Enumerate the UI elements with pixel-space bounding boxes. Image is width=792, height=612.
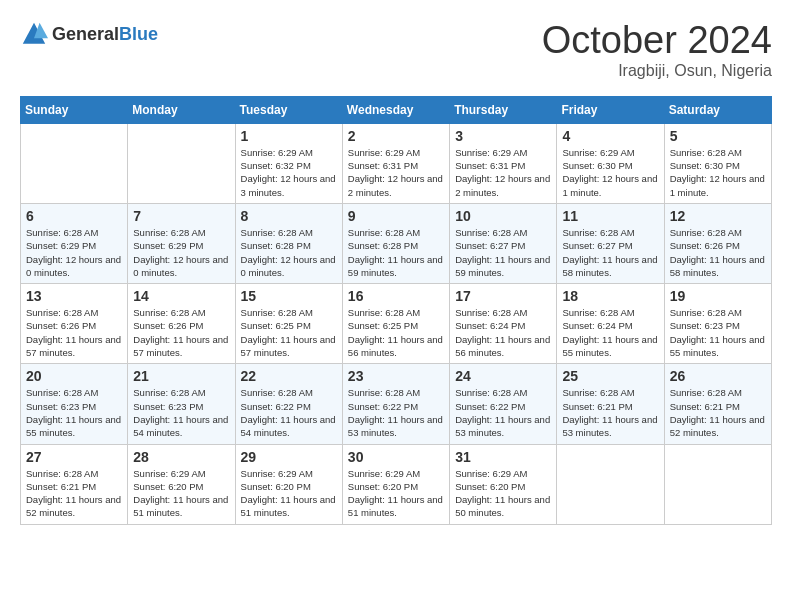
cell-details: Sunrise: 6:28 AMSunset: 6:26 PMDaylight:…: [133, 306, 229, 359]
calendar-week-row: 13Sunrise: 6:28 AMSunset: 6:26 PMDayligh…: [21, 284, 772, 364]
calendar-cell: 13Sunrise: 6:28 AMSunset: 6:26 PMDayligh…: [21, 284, 128, 364]
calendar-cell: 4Sunrise: 6:29 AMSunset: 6:30 PMDaylight…: [557, 123, 664, 203]
calendar-cell: 10Sunrise: 6:28 AMSunset: 6:27 PMDayligh…: [450, 203, 557, 283]
cell-details: Sunrise: 6:29 AMSunset: 6:20 PMDaylight:…: [241, 467, 337, 520]
calendar-cell: 9Sunrise: 6:28 AMSunset: 6:28 PMDaylight…: [342, 203, 449, 283]
day-number: 8: [241, 208, 337, 224]
calendar-cell: 18Sunrise: 6:28 AMSunset: 6:24 PMDayligh…: [557, 284, 664, 364]
day-number: 24: [455, 368, 551, 384]
day-number: 4: [562, 128, 658, 144]
calendar-cell: 27Sunrise: 6:28 AMSunset: 6:21 PMDayligh…: [21, 444, 128, 524]
weekday-header-friday: Friday: [557, 96, 664, 123]
page-header: GeneralBlue October 2024 Iragbiji, Osun,…: [20, 20, 772, 80]
day-number: 6: [26, 208, 122, 224]
calendar-table: SundayMondayTuesdayWednesdayThursdayFrid…: [20, 96, 772, 525]
calendar-cell: [557, 444, 664, 524]
day-number: 19: [670, 288, 766, 304]
day-number: 17: [455, 288, 551, 304]
calendar-cell: 25Sunrise: 6:28 AMSunset: 6:21 PMDayligh…: [557, 364, 664, 444]
day-number: 11: [562, 208, 658, 224]
calendar-week-row: 1Sunrise: 6:29 AMSunset: 6:32 PMDaylight…: [21, 123, 772, 203]
cell-details: Sunrise: 6:28 AMSunset: 6:21 PMDaylight:…: [26, 467, 122, 520]
cell-details: Sunrise: 6:28 AMSunset: 6:27 PMDaylight:…: [562, 226, 658, 279]
weekday-header-row: SundayMondayTuesdayWednesdayThursdayFrid…: [21, 96, 772, 123]
cell-details: Sunrise: 6:28 AMSunset: 6:24 PMDaylight:…: [455, 306, 551, 359]
cell-details: Sunrise: 6:29 AMSunset: 6:32 PMDaylight:…: [241, 146, 337, 199]
calendar-cell: 17Sunrise: 6:28 AMSunset: 6:24 PMDayligh…: [450, 284, 557, 364]
calendar-cell: 31Sunrise: 6:29 AMSunset: 6:20 PMDayligh…: [450, 444, 557, 524]
day-number: 7: [133, 208, 229, 224]
day-number: 30: [348, 449, 444, 465]
cell-details: Sunrise: 6:29 AMSunset: 6:20 PMDaylight:…: [133, 467, 229, 520]
weekday-header-saturday: Saturday: [664, 96, 771, 123]
cell-details: Sunrise: 6:28 AMSunset: 6:24 PMDaylight:…: [562, 306, 658, 359]
day-number: 10: [455, 208, 551, 224]
cell-details: Sunrise: 6:28 AMSunset: 6:23 PMDaylight:…: [133, 386, 229, 439]
day-number: 23: [348, 368, 444, 384]
day-number: 5: [670, 128, 766, 144]
calendar-cell: 5Sunrise: 6:28 AMSunset: 6:30 PMDaylight…: [664, 123, 771, 203]
day-number: 27: [26, 449, 122, 465]
weekday-header-monday: Monday: [128, 96, 235, 123]
calendar-week-row: 6Sunrise: 6:28 AMSunset: 6:29 PMDaylight…: [21, 203, 772, 283]
calendar-cell: 1Sunrise: 6:29 AMSunset: 6:32 PMDaylight…: [235, 123, 342, 203]
calendar-cell: 29Sunrise: 6:29 AMSunset: 6:20 PMDayligh…: [235, 444, 342, 524]
title-section: October 2024 Iragbiji, Osun, Nigeria: [542, 20, 772, 80]
calendar-cell: 12Sunrise: 6:28 AMSunset: 6:26 PMDayligh…: [664, 203, 771, 283]
day-number: 16: [348, 288, 444, 304]
cell-details: Sunrise: 6:28 AMSunset: 6:22 PMDaylight:…: [348, 386, 444, 439]
calendar-cell: [128, 123, 235, 203]
day-number: 2: [348, 128, 444, 144]
day-number: 26: [670, 368, 766, 384]
day-number: 22: [241, 368, 337, 384]
logo: GeneralBlue: [20, 20, 158, 48]
weekday-header-tuesday: Tuesday: [235, 96, 342, 123]
day-number: 31: [455, 449, 551, 465]
cell-details: Sunrise: 6:29 AMSunset: 6:20 PMDaylight:…: [348, 467, 444, 520]
calendar-cell: 16Sunrise: 6:28 AMSunset: 6:25 PMDayligh…: [342, 284, 449, 364]
cell-details: Sunrise: 6:29 AMSunset: 6:31 PMDaylight:…: [348, 146, 444, 199]
cell-details: Sunrise: 6:28 AMSunset: 6:25 PMDaylight:…: [348, 306, 444, 359]
cell-details: Sunrise: 6:28 AMSunset: 6:23 PMDaylight:…: [670, 306, 766, 359]
cell-details: Sunrise: 6:29 AMSunset: 6:20 PMDaylight:…: [455, 467, 551, 520]
calendar-cell: 8Sunrise: 6:28 AMSunset: 6:28 PMDaylight…: [235, 203, 342, 283]
cell-details: Sunrise: 6:28 AMSunset: 6:21 PMDaylight:…: [670, 386, 766, 439]
calendar-cell: 6Sunrise: 6:28 AMSunset: 6:29 PMDaylight…: [21, 203, 128, 283]
calendar-cell: 3Sunrise: 6:29 AMSunset: 6:31 PMDaylight…: [450, 123, 557, 203]
day-number: 12: [670, 208, 766, 224]
cell-details: Sunrise: 6:28 AMSunset: 6:30 PMDaylight:…: [670, 146, 766, 199]
day-number: 9: [348, 208, 444, 224]
day-number: 20: [26, 368, 122, 384]
cell-details: Sunrise: 6:28 AMSunset: 6:28 PMDaylight:…: [241, 226, 337, 279]
cell-details: Sunrise: 6:28 AMSunset: 6:29 PMDaylight:…: [133, 226, 229, 279]
weekday-header-thursday: Thursday: [450, 96, 557, 123]
weekday-header-wednesday: Wednesday: [342, 96, 449, 123]
cell-details: Sunrise: 6:28 AMSunset: 6:28 PMDaylight:…: [348, 226, 444, 279]
calendar-cell: 11Sunrise: 6:28 AMSunset: 6:27 PMDayligh…: [557, 203, 664, 283]
day-number: 13: [26, 288, 122, 304]
weekday-header-sunday: Sunday: [21, 96, 128, 123]
cell-details: Sunrise: 6:28 AMSunset: 6:22 PMDaylight:…: [455, 386, 551, 439]
calendar-cell: 26Sunrise: 6:28 AMSunset: 6:21 PMDayligh…: [664, 364, 771, 444]
cell-details: Sunrise: 6:29 AMSunset: 6:31 PMDaylight:…: [455, 146, 551, 199]
location-title: Iragbiji, Osun, Nigeria: [542, 62, 772, 80]
calendar-cell: 2Sunrise: 6:29 AMSunset: 6:31 PMDaylight…: [342, 123, 449, 203]
day-number: 29: [241, 449, 337, 465]
calendar-week-row: 27Sunrise: 6:28 AMSunset: 6:21 PMDayligh…: [21, 444, 772, 524]
cell-details: Sunrise: 6:28 AMSunset: 6:27 PMDaylight:…: [455, 226, 551, 279]
calendar-cell: 14Sunrise: 6:28 AMSunset: 6:26 PMDayligh…: [128, 284, 235, 364]
calendar-cell: [21, 123, 128, 203]
logo-text-general: General: [52, 24, 119, 44]
calendar-cell: 19Sunrise: 6:28 AMSunset: 6:23 PMDayligh…: [664, 284, 771, 364]
day-number: 3: [455, 128, 551, 144]
day-number: 25: [562, 368, 658, 384]
day-number: 15: [241, 288, 337, 304]
calendar-cell: 15Sunrise: 6:28 AMSunset: 6:25 PMDayligh…: [235, 284, 342, 364]
calendar-cell: 30Sunrise: 6:29 AMSunset: 6:20 PMDayligh…: [342, 444, 449, 524]
cell-details: Sunrise: 6:28 AMSunset: 6:25 PMDaylight:…: [241, 306, 337, 359]
calendar-cell: 21Sunrise: 6:28 AMSunset: 6:23 PMDayligh…: [128, 364, 235, 444]
calendar-cell: 28Sunrise: 6:29 AMSunset: 6:20 PMDayligh…: [128, 444, 235, 524]
logo-text-blue: Blue: [119, 24, 158, 44]
calendar-cell: 22Sunrise: 6:28 AMSunset: 6:22 PMDayligh…: [235, 364, 342, 444]
cell-details: Sunrise: 6:28 AMSunset: 6:21 PMDaylight:…: [562, 386, 658, 439]
